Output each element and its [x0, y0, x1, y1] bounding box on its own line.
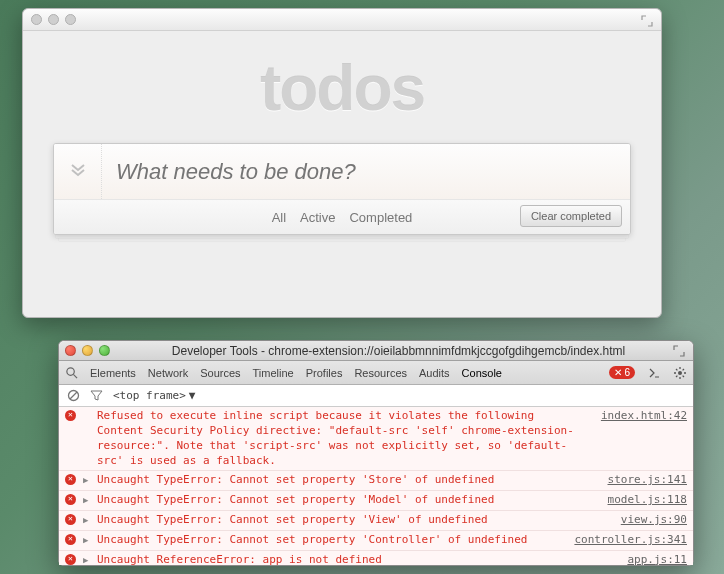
console-source-link[interactable]: store.js:141 — [608, 473, 687, 488]
toggle-all-button[interactable] — [54, 144, 102, 199]
error-x-icon: ✕ — [614, 367, 622, 378]
console-message: Refused to execute inline script because… — [97, 409, 587, 468]
error-icon: ✕ — [65, 514, 77, 526]
console-output: ✕Refused to execute inline script becaus… — [59, 407, 693, 565]
disclosure-triangle-icon[interactable]: ▶ — [83, 474, 91, 486]
console-message: Uncaught TypeError: Cannot set property … — [97, 533, 560, 548]
console-message: Uncaught TypeError: Cannot set property … — [97, 493, 594, 508]
clear-completed-button[interactable]: Clear completed — [520, 205, 622, 227]
console-error-row: ✕▶Uncaught TypeError: Cannot set propert… — [59, 511, 693, 531]
dropdown-triangle-icon: ▼ — [189, 389, 196, 402]
inspect-icon[interactable] — [65, 366, 78, 379]
console-source-link[interactable]: controller.js:341 — [574, 533, 687, 548]
error-icon: ✕ — [65, 410, 77, 422]
error-icon: ✕ — [65, 494, 77, 506]
tab-sources[interactable]: Sources — [200, 367, 240, 379]
disclosure-triangle-icon[interactable]: ▶ — [83, 494, 91, 506]
clear-console-icon[interactable] — [67, 389, 80, 402]
chevron-double-down-icon — [69, 161, 87, 183]
settings-gear-icon[interactable] — [673, 366, 687, 380]
tab-network[interactable]: Network — [148, 367, 188, 379]
drawer-toggle-icon[interactable] — [647, 366, 661, 380]
tab-console[interactable]: Console — [462, 367, 502, 379]
filter-all[interactable]: All — [272, 210, 286, 225]
svg-point-0 — [67, 368, 74, 375]
frame-selector[interactable]: <top frame> ▼ — [113, 389, 195, 402]
disclosure-triangle-icon[interactable]: ▶ — [83, 514, 91, 526]
console-message: Uncaught TypeError: Cannot set property … — [97, 473, 594, 488]
zoom-window-button[interactable] — [99, 345, 110, 356]
console-message: Uncaught TypeError: Cannot set property … — [97, 513, 607, 528]
console-source-link[interactable]: app.js:11 — [627, 553, 687, 565]
tab-resources[interactable]: Resources — [354, 367, 407, 379]
window-controls — [31, 14, 76, 25]
filter-active[interactable]: Active — [300, 210, 335, 225]
filter-group: All Active Completed — [272, 210, 413, 225]
tab-timeline[interactable]: Timeline — [253, 367, 294, 379]
fullscreen-icon[interactable] — [673, 345, 685, 357]
error-icon: ✕ — [65, 474, 77, 486]
svg-point-1 — [678, 371, 682, 375]
console-error-row: ✕Refused to execute inline script becaus… — [59, 407, 693, 471]
filter-completed[interactable]: Completed — [349, 210, 412, 225]
filter-icon[interactable] — [90, 389, 103, 402]
todo-footer: All Active Completed Clear completed — [54, 200, 630, 234]
todo-card: All Active Completed Clear completed — [53, 143, 631, 235]
console-error-row: ✕▶Uncaught TypeError: Cannot set propert… — [59, 471, 693, 491]
console-toolbar: <top frame> ▼ — [59, 385, 693, 407]
error-count-badge[interactable]: ✕6 — [609, 366, 635, 379]
tab-elements[interactable]: Elements — [90, 367, 136, 379]
fullscreen-icon[interactable] — [641, 13, 653, 25]
minimize-window-button[interactable] — [82, 345, 93, 356]
new-todo-row — [54, 144, 630, 200]
new-todo-input[interactable] — [102, 159, 630, 185]
console-source-link[interactable]: view.js:90 — [621, 513, 687, 528]
console-message: Uncaught ReferenceError: app is not defi… — [97, 553, 613, 565]
error-icon: ✕ — [65, 534, 77, 546]
console-error-row: ✕▶Uncaught TypeError: Cannot set propert… — [59, 531, 693, 551]
tab-audits[interactable]: Audits — [419, 367, 450, 379]
devtools-tabstrip: Elements Network Sources Timeline Profil… — [59, 361, 693, 385]
disclosure-triangle-icon[interactable]: ▶ — [83, 554, 91, 565]
traffic-lights — [65, 345, 110, 356]
window-control-dot[interactable] — [48, 14, 59, 25]
app-title: todos — [53, 51, 631, 125]
error-icon: ✕ — [65, 554, 77, 565]
close-window-button[interactable] — [65, 345, 76, 356]
window-control-dot[interactable] — [31, 14, 42, 25]
devtools-window-title: Developer Tools - chrome-extension://oie… — [110, 344, 687, 358]
todos-titlebar[interactable] — [23, 9, 661, 31]
frame-selector-label: <top frame> — [113, 389, 186, 402]
devtools-window: Developer Tools - chrome-extension://oie… — [58, 340, 694, 566]
window-control-dot[interactable] — [65, 14, 76, 25]
console-source-link[interactable]: model.js:118 — [608, 493, 687, 508]
disclosure-triangle-icon[interactable]: ▶ — [83, 534, 91, 546]
devtools-titlebar[interactable]: Developer Tools - chrome-extension://oie… — [59, 341, 693, 361]
todos-body: todos All Active Completed Clear complet… — [23, 31, 661, 245]
tab-profiles[interactable]: Profiles — [306, 367, 343, 379]
todos-window: todos All Active Completed Clear complet… — [22, 8, 662, 318]
console-error-row: ✕▶Uncaught ReferenceError: app is not de… — [59, 551, 693, 565]
error-count: 6 — [624, 367, 630, 378]
console-error-row: ✕▶Uncaught TypeError: Cannot set propert… — [59, 491, 693, 511]
console-source-link[interactable]: index.html:42 — [601, 409, 687, 424]
